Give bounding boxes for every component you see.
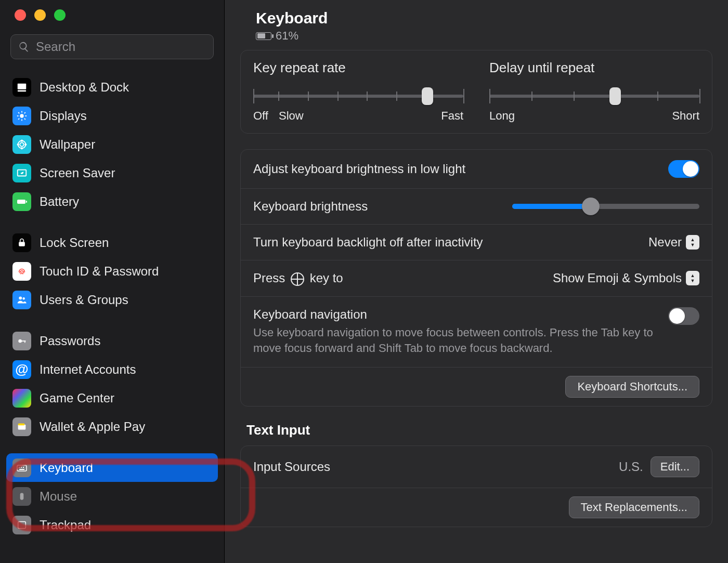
trackpad-icon	[12, 516, 31, 534]
input-sources-edit-button[interactable]: Edit...	[651, 456, 699, 477]
svg-rect-0	[18, 83, 27, 89]
svg-rect-25	[24, 341, 25, 343]
minimize-window-button[interactable]	[34, 9, 46, 21]
key-repeat-slow-label: Slow	[279, 109, 304, 123]
sidebar-item-desktop-dock[interactable]: Desktop & Dock	[6, 73, 218, 101]
sidebar-item-mouse[interactable]: Mouse	[6, 482, 218, 510]
key-repeat-fast-label: Fast	[441, 109, 463, 123]
sidebar-item-displays[interactable]: Displays	[6, 101, 218, 130]
sidebar-item-battery[interactable]: Battery	[6, 187, 218, 216]
sidebar-item-screen-saver[interactable]: Screen Saver	[6, 159, 218, 187]
keyboard-settings-panel: Adjust keyboard brightness in low light …	[240, 149, 712, 407]
adjust-brightness-toggle[interactable]	[668, 160, 699, 178]
delay-repeat-slider[interactable]	[489, 85, 699, 106]
sidebar-item-touch-id[interactable]: Touch ID & Password	[6, 257, 218, 285]
sidebar-item-wallpaper[interactable]: Wallpaper	[6, 130, 218, 159]
sidebar-item-game-center[interactable]: Game Center	[6, 384, 218, 412]
chevron-up-down-icon	[686, 235, 699, 250]
svg-rect-1	[18, 90, 27, 91]
sidebar-item-wallet-apple-pay[interactable]: Wallet & Apple Pay	[6, 412, 218, 441]
adjust-brightness-label: Adjust keyboard brightness in low light	[253, 162, 465, 176]
wallpaper-icon	[12, 135, 31, 154]
svg-rect-18	[17, 200, 25, 204]
mouse-icon	[12, 487, 31, 506]
keyboard-navigation-toggle[interactable]	[668, 307, 699, 325]
svg-point-23	[18, 339, 22, 343]
globe-icon	[291, 272, 304, 286]
sidebar-item-label: Wallpaper	[40, 137, 95, 152]
svg-point-12	[20, 142, 23, 146]
svg-rect-20	[19, 242, 25, 246]
svg-point-21	[19, 296, 22, 299]
svg-rect-31	[23, 467, 24, 468]
sidebar-item-label: Game Center	[40, 391, 114, 405]
window-controls	[0, 9, 224, 21]
sidebar-item-label: Desktop & Dock	[40, 80, 129, 95]
sidebar-item-label: Keyboard	[40, 461, 93, 475]
search-input[interactable]	[36, 40, 206, 54]
sidebar-item-users-groups[interactable]: Users & Groups	[6, 285, 218, 314]
globe-key-value: Show Emoji & Symbols	[553, 271, 682, 285]
svg-point-11	[18, 140, 26, 148]
svg-point-14	[21, 148, 22, 149]
close-window-button[interactable]	[15, 9, 26, 21]
sidebar-item-label: Screen Saver	[40, 166, 115, 180]
svg-point-16	[25, 143, 26, 145]
sidebar-item-label: Displays	[40, 109, 87, 123]
sidebar-item-label: Wallet & Apple Pay	[40, 420, 145, 434]
svg-rect-33	[20, 493, 24, 500]
svg-line-8	[24, 118, 25, 119]
keyboard-navigation-label: Keyboard navigation	[253, 307, 668, 322]
svg-point-13	[21, 140, 22, 141]
svg-rect-32	[19, 469, 24, 470]
sidebar-item-label: Passwords	[40, 334, 100, 348]
sidebar-item-label: Battery	[40, 194, 79, 209]
svg-line-10	[24, 112, 25, 113]
key-repeat-off-label: Off	[253, 109, 268, 123]
sidebar-item-lock-screen[interactable]: Lock Screen	[6, 228, 218, 257]
search-icon	[18, 41, 30, 53]
touch-id-icon	[12, 262, 31, 281]
sidebar-item-passwords[interactable]: Passwords	[6, 326, 218, 355]
sidebar-item-label: Users & Groups	[40, 293, 128, 307]
svg-rect-19	[26, 201, 27, 203]
chevron-up-down-icon	[686, 271, 699, 285]
keyboard-brightness-label: Keyboard brightness	[253, 199, 368, 214]
sidebar-item-trackpad[interactable]: Trackpad	[6, 510, 218, 539]
svg-point-2	[20, 114, 23, 117]
text-replacements-button[interactable]: Text Replacements...	[569, 496, 699, 518]
text-input-section-title: Text Input	[246, 422, 712, 438]
key-repeat-slider[interactable]	[253, 85, 463, 106]
battery-percent: 61%	[276, 29, 298, 43]
sidebar-item-keyboard[interactable]: Keyboard	[6, 453, 218, 482]
sidebar-item-label: Mouse	[40, 489, 77, 504]
globe-key-popup[interactable]: Show Emoji & Symbols	[553, 271, 699, 285]
delay-short-label: Short	[672, 109, 699, 123]
main-content: Keyboard 61% Key repeat rate	[225, 0, 728, 563]
sidebar-item-internet-accounts[interactable]: @ Internet Accounts	[6, 355, 218, 384]
repeat-sliders-panel: Key repeat rate	[240, 50, 712, 134]
search-field[interactable]	[10, 34, 214, 59]
keyboard-icon	[12, 459, 31, 477]
text-input-panel: Input Sources U.S. Edit... Text Replacem…	[240, 446, 712, 527]
backlight-timeout-label: Turn keyboard backlight off after inacti…	[253, 235, 483, 250]
sidebar-item-label: Trackpad	[40, 518, 91, 532]
page-title: Keyboard	[256, 9, 712, 27]
sidebar: Desktop & Dock Displays Wallpaper	[0, 0, 225, 563]
input-sources-label: Input Sources	[253, 460, 330, 474]
fullscreen-window-button[interactable]	[54, 9, 66, 21]
svg-rect-34	[18, 521, 26, 528]
internet-accounts-icon: @	[12, 360, 31, 379]
keyboard-navigation-desc: Use keyboard navigation to move focus be…	[253, 325, 668, 357]
users-groups-icon	[12, 291, 31, 309]
svg-line-9	[18, 118, 19, 119]
svg-rect-27	[18, 423, 25, 425]
keyboard-shortcuts-button[interactable]: Keyboard Shortcuts...	[565, 376, 699, 398]
svg-point-22	[22, 297, 24, 299]
battery-status: 61%	[256, 29, 712, 43]
backlight-timeout-popup[interactable]: Never	[648, 235, 699, 250]
svg-rect-30	[21, 467, 22, 468]
backlight-timeout-value: Never	[648, 235, 682, 250]
displays-icon	[12, 107, 31, 125]
keyboard-brightness-slider[interactable]	[512, 204, 699, 209]
